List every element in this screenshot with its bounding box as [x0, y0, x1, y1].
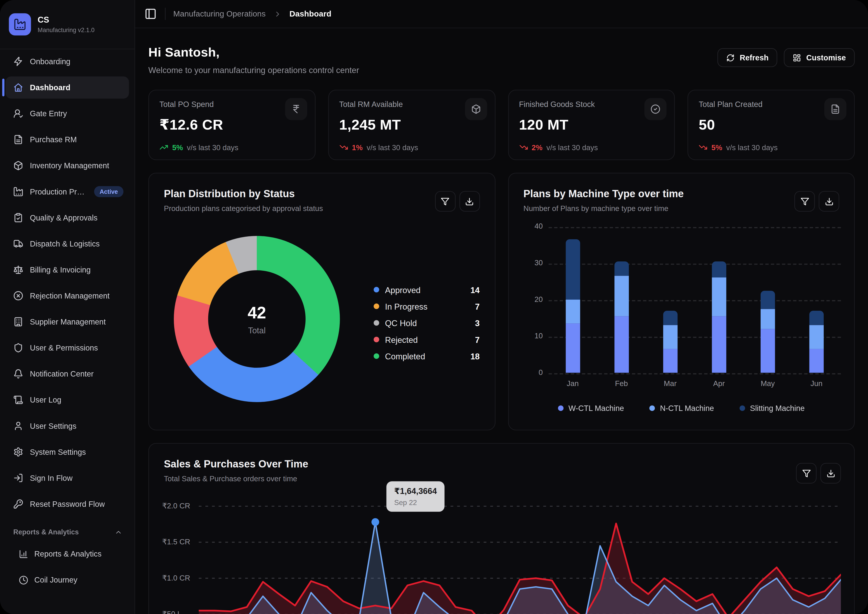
- filter-button[interactable]: [435, 191, 456, 212]
- kpi-card-total-rm-available: Total RM Available1,245 MT1%v/s last 30 …: [328, 90, 495, 160]
- bar-segment-n-ctl-machine: [614, 276, 629, 316]
- sidebar-item-label: Billing & Invoicing: [30, 265, 91, 274]
- bar-segment-w-ctl-machine: [712, 316, 726, 373]
- stacked-bar-chart: [549, 227, 841, 373]
- sidebar-item-label: Reset Password Flow: [30, 500, 105, 508]
- bell-icon: [13, 369, 23, 379]
- stacked-bar-feb[interactable]: [614, 261, 629, 373]
- sidebar-item-rejection-management[interactable]: Rejection Management: [5, 285, 129, 307]
- legend-dot: [374, 320, 379, 326]
- download-icon: [465, 197, 474, 206]
- circle-x-icon: [13, 291, 23, 301]
- sidebar-item-dashboard[interactable]: Dashboard: [5, 76, 129, 99]
- sidebar-item-user-permissions[interactable]: User & Permissions: [5, 337, 129, 359]
- bar-segment-w-ctl-machine: [761, 329, 775, 373]
- stacked-bar-jun[interactable]: [809, 311, 824, 373]
- sidebar-item-coil-journey[interactable]: Coil Journey: [5, 569, 129, 591]
- legend-dot: [649, 406, 655, 411]
- tooltip-value: ₹1,64,3664: [394, 486, 437, 496]
- legend-label: Completed: [385, 351, 425, 361]
- sidebar-item-inventory-management[interactable]: Inventory Management: [5, 154, 129, 177]
- kpi-trend: 2%v/s last 30 days: [519, 143, 664, 152]
- sidebar-item-supplier-management[interactable]: Supplier Management: [5, 311, 129, 333]
- legend-label: N-CTL Machine: [660, 404, 714, 412]
- sidebar-item-label: Sign In Flow: [30, 474, 73, 482]
- legend-item-rejected: Rejected7: [374, 331, 480, 348]
- sidebar-item-label: Coil Journey: [34, 575, 78, 584]
- sidebar-item-reports-analytics[interactable]: Reports & Analytics: [5, 543, 129, 565]
- customise-button[interactable]: Customise: [784, 48, 855, 67]
- trending-up-icon: [160, 143, 168, 152]
- download-button[interactable]: [459, 191, 480, 212]
- download-button[interactable]: [819, 191, 839, 212]
- breadcrumb-root[interactable]: Manufacturing Operations: [174, 9, 266, 18]
- filter-button[interactable]: [794, 191, 815, 212]
- user-check-icon: [13, 109, 23, 118]
- kpi-trend-text: v/s last 30 days: [367, 143, 418, 152]
- line-y-tick: ₹50 L: [162, 609, 192, 614]
- bar-x-label: Jan: [549, 379, 597, 388]
- tooltip-date: Sep 22: [394, 499, 437, 507]
- legend-item-approved: Approved14: [374, 281, 480, 298]
- home-icon: [13, 82, 23, 92]
- sidebar-item-label: User Log: [30, 396, 61, 404]
- plan-distribution-card: Plan Distribution by Status Production p…: [148, 173, 495, 431]
- layout-grid-icon: [793, 53, 801, 62]
- legend-item-in-progress: In Progress7: [374, 298, 480, 315]
- sidebar-item-label: Rejection Management: [30, 291, 110, 300]
- stacked-bar-apr[interactable]: [712, 261, 726, 373]
- sidebar-item-system-settings[interactable]: System Settings: [5, 441, 129, 463]
- sidebar-nav: OnboardingDashboardGate EntryPurchase RM…: [0, 49, 135, 604]
- legend-label: Approved: [385, 285, 420, 294]
- refresh-button[interactable]: Refresh: [718, 48, 778, 67]
- line-y-tick: ₹1.0 CR: [162, 573, 192, 582]
- stacked-bar-mar[interactable]: [663, 311, 677, 373]
- brand-version: Manufacturing v2.1.0: [38, 26, 95, 33]
- download-button[interactable]: [820, 463, 841, 483]
- chart-tooltip: ₹1,64,3664 Sep 22: [386, 481, 445, 512]
- filter-button[interactable]: [796, 463, 817, 483]
- stacked-bar-jan[interactable]: [566, 239, 580, 373]
- bar-segment-w-ctl-machine: [566, 323, 580, 373]
- sidebar-item-notification-center[interactable]: Notification Center: [5, 363, 129, 385]
- sidebar-item-purchase-rm[interactable]: Purchase RM: [5, 129, 129, 151]
- sidebar-item-onboarding[interactable]: Onboarding: [5, 50, 129, 73]
- brand-name: CS: [38, 16, 95, 25]
- sidebar-section-reports-analytics[interactable]: Reports & Analytics: [5, 528, 129, 536]
- bar-card-subtitle: Number of Plans by machine type over tim…: [524, 204, 839, 213]
- highlight-point[interactable]: [371, 518, 379, 526]
- stacked-bar-may[interactable]: [761, 291, 775, 373]
- sidebar-item-dispatch-logistics[interactable]: Dispatch & Logistics: [5, 233, 129, 255]
- bar-segment-slitting-machine: [809, 311, 824, 325]
- sidebar: CS Manufacturing v2.1.0 OnboardingDashbo…: [0, 0, 135, 614]
- sidebar-header: CS Manufacturing v2.1.0: [0, 0, 135, 49]
- bar-segment-n-ctl-machine: [566, 300, 580, 323]
- legend-dot: [374, 303, 379, 309]
- sidebar-item-user-settings[interactable]: User Settings: [5, 415, 129, 437]
- sidebar-item-billing-invoicing[interactable]: Billing & Invoicing: [5, 259, 129, 281]
- file-text-icon: [13, 135, 23, 145]
- kpi-trend-text: v/s last 30 days: [187, 143, 239, 152]
- app-window: CS Manufacturing v2.1.0 OnboardingDashbo…: [0, 0, 868, 614]
- chevron-up-icon: [115, 528, 122, 536]
- page-subtitle: Welcome to your manufacturing operations…: [148, 65, 359, 75]
- sidebar-toggle-button[interactable]: [144, 7, 157, 20]
- line-card-subtitle: Total Sales & Purchase orders over time: [164, 475, 839, 483]
- sidebar-item-user-log[interactable]: User Log: [5, 389, 129, 411]
- line-y-tick: ₹2.0 CR: [162, 501, 192, 510]
- kpi-value: ₹12.6 CR: [160, 116, 304, 134]
- settings-icon: [13, 447, 23, 457]
- sidebar-item-quality-approvals[interactable]: Quality & Approvals: [5, 207, 129, 229]
- kpi-card-finished-goods-stock: Finished Goods Stock120 MT2%v/s last 30 …: [508, 90, 675, 160]
- sidebar-item-label: Notification Center: [30, 369, 94, 378]
- screenshot-stage: CS Manufacturing v2.1.0 OnboardingDashbo…: [0, 0, 868, 614]
- legend-item-qc-hold: QC Hold3: [374, 315, 480, 331]
- bar-x-label: May: [744, 379, 792, 388]
- filter-icon: [802, 469, 811, 478]
- scroll-icon: [13, 395, 23, 405]
- sidebar-item-reset-password-flow[interactable]: Reset Password Flow: [5, 493, 129, 515]
- sidebar-item-production-proc[interactable]: Production Proc...Active: [5, 180, 129, 203]
- sidebar-item-gate-entry[interactable]: Gate Entry: [5, 103, 129, 124]
- sidebar-item-sign-in-flow[interactable]: Sign In Flow: [5, 467, 129, 489]
- clock-icon: [19, 575, 28, 584]
